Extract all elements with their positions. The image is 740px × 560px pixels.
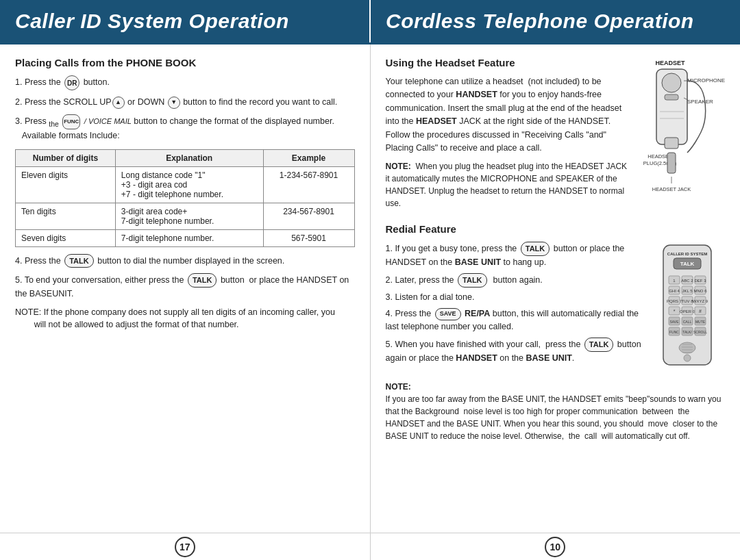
redial-step-2: 2. Later, press the TALK button again. — [386, 273, 648, 288]
redial-title: Redial Feature — [386, 223, 726, 235]
right-page-number: 10 — [545, 537, 565, 557]
right-panel: Using the Headset Feature Your telephone… — [371, 44, 741, 533]
svg-text:MUTE: MUTE — [695, 320, 706, 324]
note-label: NOTE: — [386, 162, 416, 171]
table-header-digits: Number of digits — [16, 149, 116, 166]
footer-left: 17 — [0, 533, 371, 560]
redial-section: Redial Feature 1. If you get a busy tone… — [386, 223, 726, 442]
svg-text:*: * — [674, 309, 676, 314]
table-row: Seven digits 7-digit telephone number. 5… — [16, 229, 355, 246]
svg-rect-13 — [667, 153, 676, 173]
table-row: Eleven digits Long distance code "1"+3 -… — [16, 166, 355, 203]
left-title: Caller ID System Operation — [15, 10, 354, 33]
step-2: 2. Press the SCROLL UP▲ or DOWN ▼ button… — [15, 96, 355, 109]
main-content: Placing Calls from the PHONE BOOK 1. Pre… — [0, 42, 740, 533]
svg-text:OPER 0: OPER 0 — [680, 309, 695, 314]
left-section-title: Placing Calls from the PHONE BOOK — [15, 57, 355, 68]
svg-rect-5 — [665, 94, 678, 100]
svg-point-61 — [684, 355, 691, 361]
headset-svg: HEADSET MICROPHONE SPEAKER — [636, 57, 725, 207]
svg-rect-10 — [665, 138, 678, 149]
headset-diagram: HEADSET MICROPHONE SPEAKER — [636, 57, 725, 215]
headset-note: NOTE: When you plug the headset plug int… — [386, 160, 630, 209]
table-header-explanation: Explanation — [115, 149, 263, 166]
svg-text:DEF 3: DEF 3 — [694, 279, 706, 283]
cell-digits-3: Seven digits — [16, 229, 116, 246]
digits-table: Number of digits Explanation Example Ele… — [15, 149, 355, 247]
phone-svg: CALLER ID SYSTEM TALK 1 ABC 2 DEF 3 — [656, 242, 725, 372]
header-right: Cordless Telephone Operation — [371, 0, 740, 42]
svg-text:TALK: TALK — [680, 261, 695, 267]
right-title: Cordless Telephone Operation — [386, 10, 725, 33]
svg-text:GHI 4: GHI 4 — [669, 289, 680, 293]
cell-example-2: 234-567-8901 — [263, 203, 354, 229]
svg-text:PQRS 7: PQRS 7 — [667, 299, 682, 303]
svg-text:MNO 6: MNO 6 — [693, 289, 707, 293]
svg-text:TUV 8: TUV 8 — [681, 299, 693, 303]
cell-example-3: 567-5901 — [263, 229, 354, 246]
cell-digits-2: Ten digits — [16, 203, 116, 229]
svg-point-56 — [679, 342, 695, 353]
svg-text:HEADSET JACK: HEADSET JACK — [652, 186, 691, 192]
page: Caller ID System Operation Cordless Tele… — [0, 0, 740, 560]
talk-button-redial2: TALK — [458, 273, 487, 288]
svg-text:SCROLL: SCROLL — [693, 330, 707, 334]
talk-button-redial1: TALK — [521, 242, 550, 256]
headset-title: Using the Headset Feature — [386, 57, 630, 68]
svg-text:SPEAKER: SPEAKER — [687, 99, 713, 105]
svg-text:MICROPHONE: MICROPHONE — [687, 77, 725, 84]
func-button: FUNC — [62, 114, 80, 129]
redial-steps: 1. If you get a busy tone, press the TAL… — [386, 242, 648, 374]
redial-step-4: 4. Press the SAVE RE/PA button, this wil… — [386, 307, 648, 334]
redial-step-1: 1. If you get a busy tone, press the TAL… — [386, 242, 648, 269]
redial-step-3: 3. Listen for a dial tone. — [386, 291, 648, 304]
svg-text:HEADSET: HEADSET — [655, 60, 685, 66]
svg-text:WXYZ 9: WXYZ 9 — [693, 299, 708, 303]
svg-text:CALLER ID SYSTEM: CALLER ID SYSTEM — [667, 252, 707, 256]
redial-bottom: 1. If you get a busy tone, press the TAL… — [386, 242, 726, 374]
svg-text:FUNC: FUNC — [669, 330, 679, 334]
dir-button: DR — [64, 75, 79, 90]
svg-text:CALL: CALL — [683, 320, 692, 324]
left-page-number: 17 — [175, 537, 195, 557]
bottom-note: NOTE: If you are too far away from the B… — [386, 381, 726, 442]
svg-text:ABC 2: ABC 2 — [681, 279, 693, 283]
cell-example-1: 1-234-567-8901 — [263, 166, 354, 203]
cell-explanation-2: 3-digit area code+7-digit telephone numb… — [115, 203, 263, 229]
svg-text:TALK/: TALK/ — [682, 330, 692, 334]
header: Caller ID System Operation Cordless Tele… — [0, 0, 740, 42]
phone-diagram: CALLER ID SYSTEM TALK 1 ABC 2 DEF 3 — [656, 242, 725, 374]
scroll-up-button: ▲ — [112, 97, 125, 109]
step-4: 4. Press the TALK button to dial the num… — [15, 254, 355, 268]
cell-digits-1: Eleven digits — [16, 166, 116, 203]
svg-text:SAVE: SAVE — [670, 320, 680, 324]
svg-point-2 — [662, 73, 681, 92]
headset-text: Using the Headset Feature Your telephone… — [386, 57, 630, 215]
save-button: SAVE — [435, 308, 461, 320]
note-bold-label: NOTE: — [386, 382, 411, 392]
headset-paragraph: Your telephone can utilize a headset (no… — [386, 75, 630, 155]
table-row: Ten digits 3-digit area code+7-digit tel… — [16, 203, 355, 229]
cell-explanation-3: 7-digit telephone number. — [115, 229, 263, 246]
step-3: 3. Press the FUNC / VOICE MAIL button to… — [15, 114, 355, 142]
talk-button-step5: TALK — [188, 273, 217, 288]
svg-text:#: # — [699, 309, 702, 314]
cell-explanation-1: Long distance code "1"+3 - digit area co… — [115, 166, 263, 203]
footer-right: 10 — [371, 533, 741, 560]
talk-button-step4: TALK — [64, 254, 94, 268]
header-left: Caller ID System Operation — [0, 0, 369, 42]
scroll-down-button: ▼ — [168, 97, 180, 109]
talk-button-redial5: TALK — [584, 338, 614, 352]
left-panel: Placing Calls from the PHONE BOOK 1. Pre… — [0, 44, 371, 533]
svg-text:JKL 5: JKL 5 — [682, 289, 693, 293]
table-header-example: Example — [263, 149, 354, 166]
redial-step-5: 5. When you have finished with your call… — [386, 338, 648, 365]
headset-section: Using the Headset Feature Your telephone… — [386, 57, 726, 215]
footer: 17 10 — [0, 533, 740, 560]
step-1: 1. Press the DR button. — [15, 75, 355, 90]
left-note: NOTE: If the phone company does not supp… — [15, 306, 355, 332]
step-5: 5. To end your conversation, either pres… — [15, 273, 355, 300]
